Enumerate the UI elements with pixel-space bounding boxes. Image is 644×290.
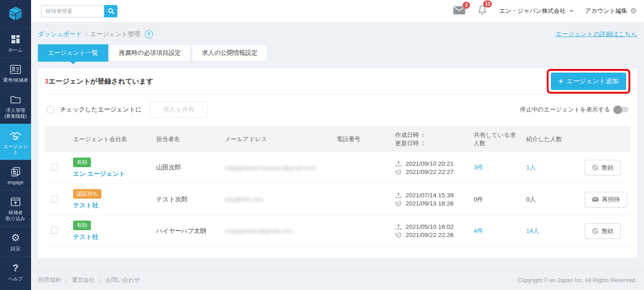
shared-jobs-link[interactable]: 4件 (474, 227, 483, 234)
share-jobs-button[interactable]: 求人を共有 (150, 101, 207, 118)
sidebar-item-jobs[interactable]: 求人管理 (募集職種) (0, 88, 31, 124)
show-suspended-label: 停止中のエージェントを表示する (520, 105, 610, 114)
contact-person: ハイヤーハブ太朗 (150, 215, 218, 247)
agent-list-panel: 3エージェントが登録されています + エージェント追加 チェックしたエージェント… (38, 69, 637, 258)
help-circle-icon[interactable]: ? (145, 30, 153, 38)
tab-agent-list[interactable]: エージェント一覧 (38, 44, 108, 62)
annotation-highlight: + エージェント追加 (547, 69, 630, 94)
table-row: 有効 エン エージェント 山田次郎 engagedemo-testuser@gm… (45, 152, 630, 184)
app-logo[interactable] (0, 0, 31, 27)
table-header-row: エージェント会社名 担当者名 メールアドレス 電話番号 作成日時 更新日時 共有… (45, 126, 630, 152)
referred-people-link[interactable]: 14人 (526, 227, 539, 234)
search-button[interactable] (104, 5, 117, 17)
tabs: エージェント一覧 推薦時の必須項目設定 求人の公開情報設定 (38, 44, 637, 62)
checked-agents-label: チェックしたエージェントに (60, 105, 142, 114)
history-icon (395, 169, 402, 175)
toggle-knob (613, 105, 622, 114)
account-edit-label: アカウント編集 (585, 7, 628, 15)
breadcrumb-separator: / (85, 31, 87, 38)
sidebar-item-label: 選考/候補者 (3, 77, 28, 83)
messages-button[interactable]: 2 (453, 6, 465, 16)
gear-icon: ⚙ (630, 7, 637, 15)
show-suspended-toggle[interactable] (615, 107, 628, 112)
header-shared-jobs: 共有している求人数 (467, 126, 520, 152)
sidebar-item-candidates[interactable]: 選考/候補者 (0, 58, 31, 88)
header-updated-label: 更新日時 (395, 139, 419, 148)
breadcrumb: ダッシュボード / エージェント管理 ? エージェントの詳細はこちら (38, 30, 637, 38)
sidebar-item-engage[interactable]: engage (0, 160, 31, 190)
phone-cell (330, 184, 389, 215)
sort-created-icon[interactable] (422, 133, 424, 137)
ban-icon (592, 228, 598, 234)
contact-person: 山田次郎 (150, 152, 218, 184)
sidebar-item-help[interactable]: ? ヘルプ (0, 256, 31, 286)
shared-jobs-link[interactable]: 3件 (474, 164, 483, 171)
show-suspended-control: 停止中のエージェントを表示する (520, 105, 630, 114)
sort-updated-icon[interactable] (422, 141, 424, 146)
email-redacted: engagedemo-testuser@gmail.com (225, 164, 316, 171)
table-row: 有効 テスト社 ハイヤーハブ太朗 engagedemo@gmail.com 20… (45, 215, 630, 247)
upload-icon (395, 192, 402, 199)
sidebar-item-import[interactable]: 候補者 取り込み (0, 190, 31, 226)
footer-contact-link[interactable]: お問い合わせ (106, 276, 140, 284)
sidebar-item-label: 設定 (11, 246, 21, 252)
notifications-button[interactable]: 13 (477, 5, 487, 17)
row-checkbox[interactable] (51, 195, 58, 202)
sidebar-item-label: engage (7, 179, 23, 185)
panel-header: 3エージェントが登録されています + エージェント追加 (45, 69, 630, 95)
footer-separator: | (99, 277, 100, 284)
upload-icon (395, 223, 402, 230)
tab-job-public-info[interactable]: 求人の公開情報設定 (192, 44, 268, 62)
sidebar-item-label: ホーム (8, 47, 23, 53)
footer-terms-link[interactable]: 利用規約 (38, 276, 61, 284)
sidebar-item-home[interactable]: ホーム (0, 27, 31, 58)
disable-label: 無効 (602, 227, 613, 235)
dates-cell: 2021/07/14 15:39 2021/09/13 16:26 (389, 184, 467, 215)
updated-at: 2021/09/22 22:26 (406, 232, 454, 238)
topbar-right: 2 13 エン・ジャパン株式会社 アカウント編集 ⚙ (453, 5, 637, 17)
import-candidates-icon (10, 195, 21, 208)
email-redacted: engagedemo@gmail.com (225, 227, 292, 234)
sidebar-item-settings[interactable]: ⚙ 設定 (0, 226, 31, 256)
sidebar-item-label: エージェント (1, 143, 30, 155)
plus-icon: + (559, 78, 563, 84)
agents-table: エージェント会社名 担当者名 メールアドレス 電話番号 作成日時 更新日時 共有… (45, 126, 630, 247)
row-checkbox[interactable] (51, 227, 58, 234)
header-company: エージェント会社名 (67, 126, 150, 152)
disable-agent-button[interactable]: 無効 (585, 160, 621, 175)
company-switcher[interactable]: エン・ジャパン株式会社 (499, 7, 573, 15)
status-badge: 有効 (73, 158, 91, 167)
settings-gear-icon: ⚙ (11, 232, 20, 244)
help-question-icon: ? (12, 262, 18, 274)
main-content: ダッシュボード / エージェント管理 ? エージェントの詳細はこちら エージェン… (31, 22, 644, 258)
breadcrumb-dashboard-link[interactable]: ダッシュボード (38, 30, 82, 38)
footer-separator: | (66, 277, 67, 284)
candidate-card-icon (10, 63, 21, 75)
agent-detail-link[interactable]: エージェントの詳細はこちら (555, 30, 637, 38)
chevron-down-icon (570, 10, 573, 12)
header-referred: 紹介した人数 (520, 126, 578, 152)
agent-company-link[interactable]: テスト社 (73, 233, 150, 241)
add-agent-button[interactable]: + エージェント追加 (551, 73, 626, 90)
header-person: 担当者名 (150, 126, 218, 152)
tab-required-fields[interactable]: 推薦時の必須項目設定 (109, 44, 191, 62)
agent-company-link[interactable]: テスト社 (73, 201, 150, 210)
footer: 利用規約 | 運営会社 | お問い合わせ Copyright © en Japa… (31, 271, 644, 290)
table-row: 認証待ち テスト社 テスト次郎 aaa@hhh.com 2021/07/14 1… (45, 184, 630, 215)
phone-cell (330, 215, 389, 247)
select-all-checkbox[interactable] (47, 106, 54, 113)
referred-people-value: 0人 (526, 196, 536, 203)
agent-count-label: エージェントが登録されています (48, 77, 153, 85)
disable-agent-button[interactable]: 無効 (585, 223, 621, 239)
row-checkbox[interactable] (51, 163, 58, 170)
agent-company-link[interactable]: エン エージェント (73, 170, 150, 178)
footer-company-link[interactable]: 運営会社 (72, 276, 95, 284)
sidebar-item-agent[interactable]: エージェント (0, 124, 31, 160)
ban-icon (592, 164, 598, 171)
created-at: 2021/09/10 20:21 (406, 160, 454, 167)
search-input[interactable] (41, 5, 104, 17)
sidebar-item-label: 候補者 取り込み (6, 210, 26, 221)
reinvite-agent-button[interactable]: 再招待 (585, 192, 627, 207)
referred-people-link[interactable]: 1人 (526, 164, 536, 171)
account-edit-button[interactable]: アカウント編集 ⚙ (585, 7, 637, 15)
